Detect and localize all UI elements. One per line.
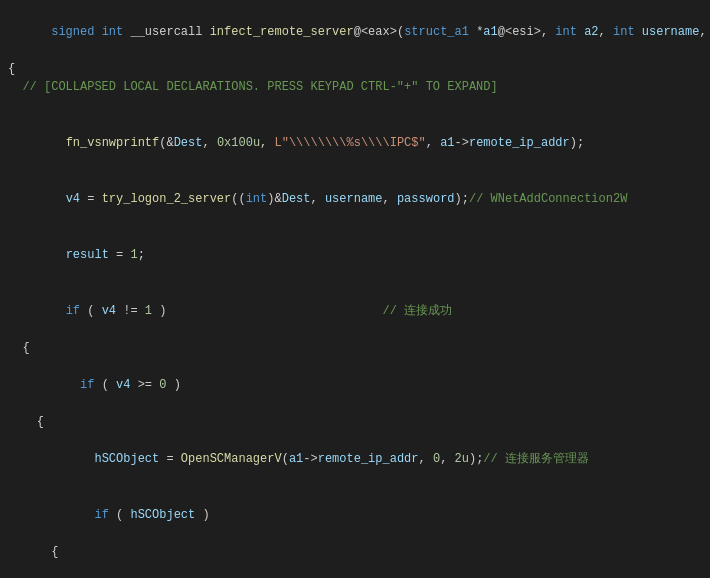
line-6: v4 = try_logon_2_server((int)&Dest, user…	[0, 171, 710, 227]
code-container: signed int __usercall infect_remote_serv…	[0, 0, 710, 578]
line-13: if ( hSCObject )	[0, 487, 710, 543]
line-8: if ( v4 != 1 ) // 连接成功	[0, 283, 710, 339]
line-9: {	[0, 339, 710, 358]
line-3: // [COLLAPSED LOCAL DECLARATIONS. PRESS …	[0, 78, 710, 97]
line-15: v7 = sub_5697F2E((WCHAR *)a1->remote_ip_…	[0, 562, 710, 578]
line-14: {	[0, 543, 710, 562]
line-12: hSCObject = OpenSCManagerV(a1->remote_ip…	[0, 432, 710, 488]
line-10: if ( v4 >= 0 )	[0, 357, 710, 413]
line-2: {	[0, 60, 710, 79]
line-7: result = 1;	[0, 227, 710, 283]
line-4	[0, 97, 710, 116]
line-1: signed int __usercall infect_remote_serv…	[0, 4, 710, 60]
line-5: fn_vsnwprintf(&Dest, 0x100u, L"\\\\\\\\%…	[0, 116, 710, 172]
line-11: {	[0, 413, 710, 432]
